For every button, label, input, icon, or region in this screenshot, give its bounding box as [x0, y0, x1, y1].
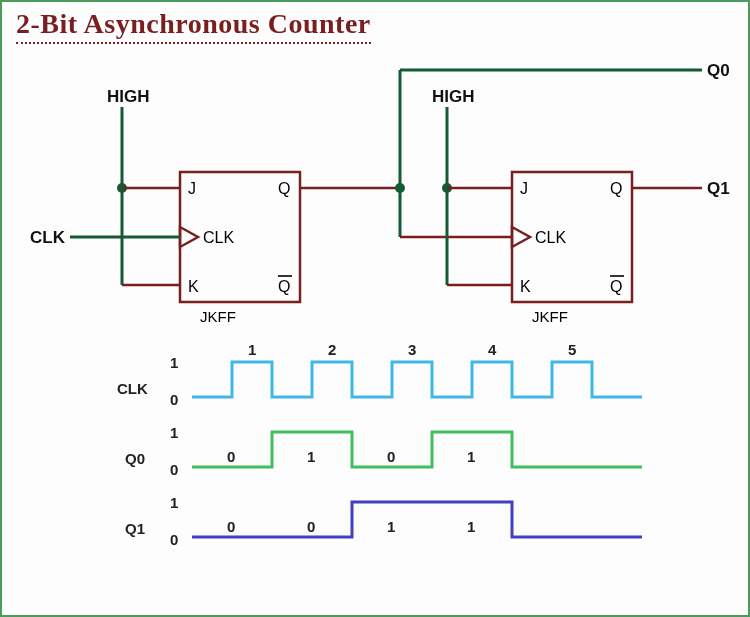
q0-output-label: Q0	[707, 61, 730, 80]
ff2-qbar-label: Q	[610, 276, 624, 295]
timing-clk-label: CLK	[117, 380, 148, 397]
ff2-caption: JKFF	[532, 308, 568, 325]
clk-level-lo: 0	[170, 391, 178, 408]
q1-level-lo: 0	[170, 531, 178, 548]
clk-tick-1: 1	[248, 341, 256, 358]
clk-tick-2: 2	[328, 341, 336, 358]
jkff-2: J CLK K Q Q JKFF	[512, 172, 632, 325]
ff2-clk-label: CLK	[535, 229, 566, 246]
high-label-1: HIGH	[107, 87, 150, 106]
ff1-clk-label: CLK	[203, 229, 234, 246]
circuit-svg: J CLK K Q Q JKFF J CLK K Q Q JKFF	[2, 2, 748, 615]
ff2-q-label: Q	[610, 180, 622, 197]
q1-waveform	[192, 502, 642, 537]
ff1-qbar-label: Q	[278, 276, 292, 295]
jkff-1: J CLK K Q Q JKFF	[180, 172, 300, 325]
q1-level-hi: 1	[170, 494, 178, 511]
q0-waveform	[192, 432, 642, 467]
ff1-j-label: J	[188, 180, 196, 197]
diagram-frame: 2-Bit Asynchronous Counter J CLK K Q Q J…	[0, 0, 750, 617]
q0-val-2: 0	[387, 448, 395, 465]
ff1-q-label: Q	[278, 180, 290, 197]
ff2-k-label: K	[520, 278, 531, 295]
clk-tick-5: 5	[568, 341, 576, 358]
q1-val-2: 1	[387, 518, 395, 535]
clk-tick-3: 3	[408, 341, 416, 358]
q0-val-3: 1	[467, 448, 475, 465]
timing-q1-label: Q1	[125, 520, 145, 537]
clk-tick-4: 4	[488, 341, 497, 358]
ff1-k-label: K	[188, 278, 199, 295]
q1-val-1: 0	[307, 518, 315, 535]
q0-val-1: 1	[307, 448, 315, 465]
q1-val-0: 0	[227, 518, 235, 535]
ff2-j-label: J	[520, 180, 528, 197]
timing-q0-label: Q0	[125, 450, 145, 467]
clk-level-hi: 1	[170, 354, 178, 371]
high-label-2: HIGH	[432, 87, 475, 106]
svg-text:Q: Q	[278, 278, 290, 295]
q1-val-3: 1	[467, 518, 475, 535]
ff1-caption: JKFF	[200, 308, 236, 325]
q0-level-lo: 0	[170, 461, 178, 478]
svg-text:Q: Q	[610, 278, 622, 295]
clk-input-label: CLK	[30, 228, 66, 247]
q0-val-0: 0	[227, 448, 235, 465]
q1-output-label: Q1	[707, 179, 730, 198]
clk-waveform	[192, 362, 642, 397]
q0-level-hi: 1	[170, 424, 178, 441]
